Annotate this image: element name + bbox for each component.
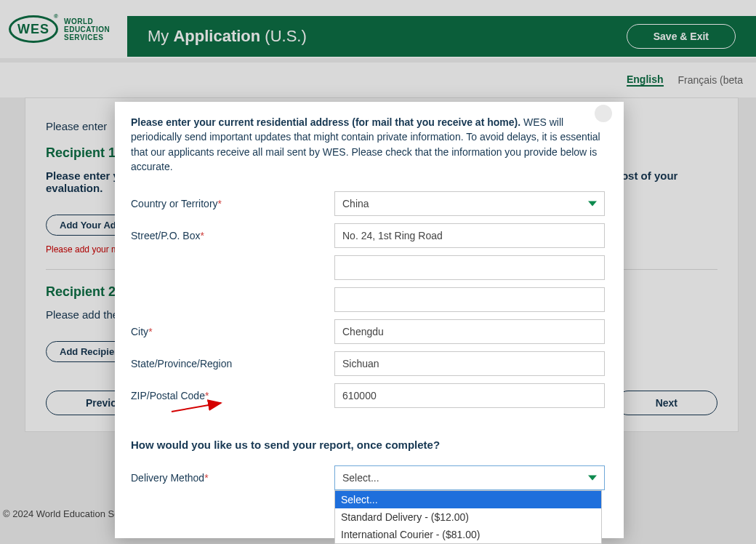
delivery-option-standard[interactable]: Standard Delivery - ($12.00) — [335, 508, 601, 526]
save-exit-button[interactable]: Save & Exit — [627, 24, 736, 49]
street-input[interactable] — [334, 223, 605, 248]
street3-input[interactable] — [334, 287, 605, 312]
label-street: Street/P.O. Box* — [131, 230, 334, 241]
street2-input[interactable] — [334, 255, 605, 280]
logo-line1: WORLD — [64, 17, 110, 25]
label-state: State/Province/Region — [131, 358, 334, 369]
required-mark: * — [200, 230, 204, 241]
lang-english[interactable]: English — [627, 73, 664, 87]
required-mark: * — [205, 390, 209, 401]
send-question: How would you like us to send your repor… — [131, 439, 608, 451]
row-delivery: Delivery Method* Select... Select... Sta… — [131, 465, 608, 490]
chevron-down-icon — [588, 476, 597, 481]
label-city-text: City — [131, 326, 148, 337]
label-city: City* — [131, 326, 334, 337]
required-mark: * — [148, 326, 152, 337]
modal-lead-strong: Please enter your current residential ad… — [131, 116, 520, 128]
label-country: Country or Territory* — [131, 198, 334, 209]
delivery-option-courier[interactable]: International Courier - ($81.00) — [335, 526, 601, 543]
row-city: City* — [131, 319, 608, 344]
language-bar: English Français (beta — [0, 63, 756, 97]
row-state: State/Province/Region — [131, 351, 608, 376]
label-country-text: Country or Territory — [131, 198, 218, 209]
copyright: © 2024 World Education Serv — [3, 508, 127, 519]
logo-ellipse: WES — [9, 15, 58, 43]
page-title: My Application (U.S.) — [148, 27, 307, 46]
chevron-down-icon — [588, 201, 597, 207]
logo-line3: SERVICES — [64, 33, 110, 41]
label-delivery: Delivery Method* — [131, 472, 334, 484]
required-mark: * — [204, 472, 208, 484]
country-select[interactable]: China — [334, 191, 605, 216]
title-app: Application — [173, 27, 260, 45]
logo-line2: EDUCATION — [64, 25, 110, 33]
lang-francais[interactable]: Français (beta — [678, 74, 743, 86]
row-zip: ZIP/Postal Code* — [131, 383, 608, 408]
title-region: (U.S.) — [265, 27, 306, 45]
zip-input[interactable] — [334, 383, 605, 408]
title-my: My — [148, 27, 169, 45]
close-button[interactable] — [595, 105, 612, 122]
state-input[interactable] — [334, 351, 605, 376]
row-street2 — [131, 255, 608, 280]
label-zip: ZIP/Postal Code* — [131, 390, 334, 401]
next-button[interactable]: Next — [616, 391, 717, 415]
label-delivery-text: Delivery Method — [131, 472, 204, 484]
delivery-value: Select... — [342, 472, 379, 484]
delivery-dropdown: Select... Standard Delivery - ($12.00) I… — [334, 490, 602, 544]
row-country: Country or Territory* China — [131, 191, 608, 216]
address-modal: Please enter your current residential ad… — [115, 102, 624, 538]
required-mark: * — [218, 198, 222, 209]
row-street3 — [131, 287, 608, 312]
city-input[interactable] — [334, 319, 605, 344]
wes-logo: WES WORLD EDUCATION SERVICES — [9, 15, 110, 43]
app-header: My Application (U.S.) Save & Exit — [127, 16, 756, 57]
row-street: Street/P.O. Box* — [131, 223, 608, 248]
label-street-text: Street/P.O. Box — [131, 230, 200, 241]
logo-text: WORLD EDUCATION SERVICES — [64, 17, 110, 41]
modal-instructions: Please enter your current residential ad… — [131, 115, 608, 174]
delivery-option-select[interactable]: Select... — [335, 491, 601, 508]
label-zip-text: ZIP/Postal Code — [131, 390, 205, 401]
delivery-select[interactable]: Select... Select... Standard Delivery - … — [334, 465, 605, 490]
country-value: China — [342, 198, 369, 209]
